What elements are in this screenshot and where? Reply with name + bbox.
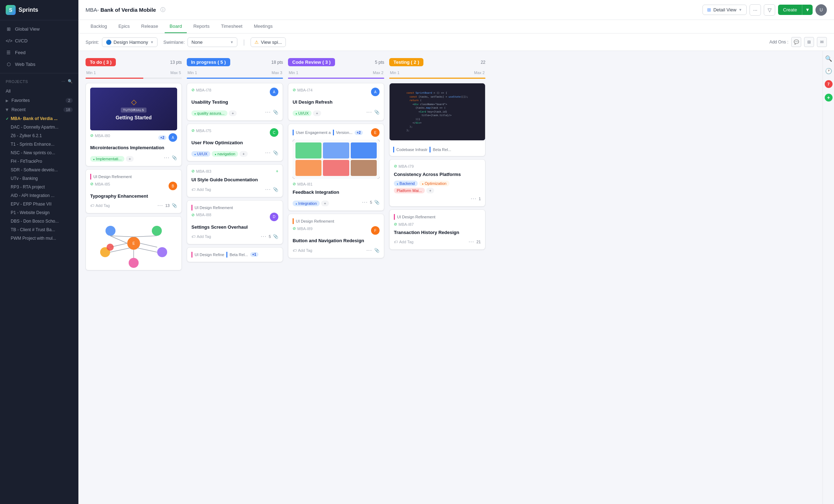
sidebar-item-epv[interactable]: ✓ EPV - ERP Phase VII [0, 200, 78, 208]
sidebar-item-recent[interactable]: ▶ Recent 18 [0, 105, 78, 114]
sidebar-item-utv[interactable]: ✓ UTv - Banking [0, 174, 78, 183]
tag-implementation[interactable]: Implementati... [90, 156, 124, 162]
card-mba-i87[interactable]: UI Design Refinement ⊘ MBA-I87 Transacti… [389, 209, 485, 250]
clock-icon[interactable]: 🕐 [825, 68, 832, 74]
card-more-button[interactable]: ··· [471, 196, 477, 202]
more-icon[interactable]: ··· [62, 79, 66, 84]
create-button[interactable]: Create ▼ [778, 5, 813, 15]
tag-add-button[interactable]: + [313, 110, 321, 116]
card-more-button[interactable]: ··· [265, 109, 271, 115]
tab-meetings[interactable]: Meetings [249, 20, 278, 33]
tag-quality[interactable]: quality assura... [191, 110, 227, 116]
card-mba-i78[interactable]: ⊘ MBA-I78 A Usability Testing quality as… [187, 83, 283, 121]
column-todo: To do ( 3 ) 13 pts Min 1 Max 5 ◇ TUTORIA… [86, 57, 182, 498]
add-icon[interactable]: + [276, 169, 278, 174]
add-tag-button[interactable]: 🏷 Add Tag [394, 239, 413, 245]
card-mba-i79[interactable]: ⊘ MBA-I79 Consistency Across Platforms B… [389, 159, 485, 207]
check-icon: ✓ [6, 160, 9, 163]
sidebar-item-web-tabs[interactable]: ⬡ Web Tabs [0, 58, 78, 70]
filter-button[interactable]: ▽ [764, 4, 775, 16]
add-tag-button[interactable]: 🏷 Add Tag [90, 203, 110, 208]
tag-add-button[interactable]: + [240, 151, 247, 157]
sidebar-item-aid[interactable]: ✓ AID - API Integration ... [0, 191, 78, 200]
card-mba-i75[interactable]: ⊘ MBA-I75 C User Flow Optimization UI/UX… [187, 124, 283, 161]
card-more-button[interactable]: ··· [261, 233, 267, 240]
tag-backend[interactable]: Backend [394, 181, 418, 186]
card-mba-i81[interactable]: User Engagement a Version... +2 E [288, 124, 384, 211]
sidebar-item-ci-cd[interactable]: </> CI/CD [0, 35, 78, 47]
tag-uiux[interactable]: UI/UX [293, 110, 312, 116]
sidebar-item-p1[interactable]: ✓ P1 - Website Design [0, 208, 78, 217]
card-stacked-bottom[interactable]: UI Design Refine Beta Rel... +1 [187, 247, 283, 262]
sidebar-item-t1[interactable]: ✓ T1 - Sprints Enhance... [0, 140, 78, 149]
card-mba-i83[interactable]: ⊘ MBA-I83 + UI Style Guide Documentation… [187, 164, 283, 197]
detail-view-button[interactable]: ⊞ Detail View ▼ [702, 5, 747, 15]
tab-reports[interactable]: Reports [188, 20, 215, 33]
card-network[interactable]: E [86, 216, 182, 270]
sidebar-item-fh[interactable]: ✓ FH - FitTrackPro [0, 157, 78, 166]
add-tag-button[interactable]: 🏷 Add Tag [191, 187, 211, 192]
sidebar-item-tb[interactable]: ✓ TB - Client # Trust Ba... [0, 225, 78, 234]
create-dropdown-arrow[interactable]: ▼ [802, 5, 813, 15]
addon-chat-icon[interactable]: 💬 [791, 37, 801, 47]
tag-add-button[interactable]: + [229, 110, 237, 116]
sidebar-item-pwm[interactable]: ✓ PWM Project with mul... [0, 234, 78, 243]
sidebar-item-sdr[interactable]: ✓ SDR - Software develo... [0, 166, 78, 174]
add-tag-button[interactable]: 🏷 Add Tag [191, 234, 211, 239]
add-button[interactable]: + [825, 94, 833, 102]
project-name: Z6 - Zylker 6.2.1 [11, 133, 42, 138]
app-name: Sprints [19, 7, 38, 13]
card-more-button[interactable]: ··· [366, 247, 372, 254]
sidebar-item-favorites[interactable]: ▶ Favorites 2 [0, 96, 78, 105]
tag-optimization[interactable]: Optimization [419, 181, 449, 186]
sidebar-item-all[interactable]: All [0, 87, 78, 96]
info-icon[interactable]: ⓘ [160, 7, 165, 13]
card-mba-i89[interactable]: UI Design Refinement ⊘ MBA-I89 F Button … [288, 214, 384, 258]
more-options-button[interactable]: ··· [750, 4, 761, 16]
addon-message-icon[interactable]: ✉ [817, 37, 827, 47]
card-more-button[interactable]: ··· [265, 186, 271, 193]
search-icon[interactable]: 🔍 [68, 79, 73, 84]
swimlane-select[interactable]: None ▼ [187, 37, 237, 47]
tag-add-button[interactable]: + [126, 156, 134, 162]
card-mba-i74[interactable]: ⊘ MBA-I74 A UI Design Refresh UI/UX + [288, 83, 384, 121]
notification-badge[interactable]: 7 [825, 80, 833, 88]
add-tag-button[interactable]: 🏷 Add Tag [293, 248, 312, 253]
card-more-button[interactable]: ··· [265, 150, 271, 156]
card-more-button[interactable]: ··· [362, 199, 368, 206]
card-more-button[interactable]: ··· [468, 239, 474, 245]
sprint-select[interactable]: 🔵 Design Harmony ▼ [102, 37, 158, 47]
sidebar-item-dac[interactable]: ✓ DAC - Donnelly Apartm... [0, 123, 78, 131]
sidebar-item-global-view[interactable]: ⊞ Global View [0, 23, 78, 35]
sidebar-item-z6[interactable]: ✓ Z6 - Zylker 6.2.1 [0, 131, 78, 140]
sidebar-item-mba[interactable]: ✓ MBA- Bank of Verdia ... [0, 114, 78, 123]
search-right-icon[interactable]: 🔍 [825, 55, 832, 62]
addon-grid-icon[interactable]: ⊞ [804, 37, 814, 47]
tab-timesheet[interactable]: Timesheet [216, 20, 247, 33]
user-avatar[interactable]: U [815, 4, 827, 16]
tab-backlog[interactable]: Backlog [86, 20, 112, 33]
card-more-button[interactable]: ··· [157, 202, 163, 209]
sidebar-item-nsc[interactable]: ✓ NSC - New sprints co... [0, 149, 78, 157]
card-mba-i88[interactable]: UI Design Refinement ⊘ MBA-I88 D Setting… [187, 200, 283, 244]
sidebar-item-rp3[interactable]: ✓ RP3 - RTA project [0, 183, 78, 191]
sidebar-item-feed[interactable]: ☰ Feed [0, 47, 78, 58]
sidebar-item-dbs[interactable]: ✓ DBS - Don Bosco Scho... [0, 217, 78, 225]
tab-epics[interactable]: Epics [113, 20, 135, 33]
card-num: 5 [370, 200, 372, 204]
card-id: ⊘ MBA-I85 [90, 182, 110, 186]
tag-add-button[interactable]: + [426, 188, 434, 193]
tag-add-button[interactable]: + [321, 201, 329, 206]
tag-platform[interactable]: Platform Mai... [394, 188, 425, 193]
view-sprint-button[interactable]: ⚠ View spi... [251, 37, 286, 47]
card-mba-i80[interactable]: ◇ TUTORIALS Getting Started ⊘ MBA-I80 +2… [86, 83, 182, 166]
tag-navigation[interactable]: navigation [212, 151, 238, 157]
tag-uiux[interactable]: UI/UX [191, 151, 210, 157]
tab-release[interactable]: Release [136, 20, 163, 33]
card-code-screenshot[interactable]: const SprintBoard = () => { const [tasks… [389, 83, 485, 156]
tag-integration[interactable]: Integration [293, 201, 320, 206]
card-mba-i85[interactable]: UI Design Refinement ⊘ MBA-I85 B Typogra… [86, 169, 182, 213]
card-more-button[interactable]: ··· [164, 155, 170, 161]
card-more-button[interactable]: ··· [366, 109, 372, 115]
tab-board[interactable]: Board [165, 20, 187, 33]
